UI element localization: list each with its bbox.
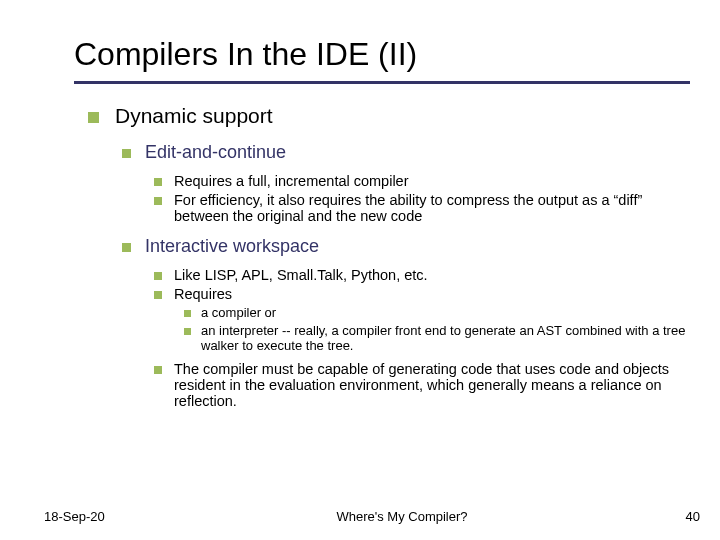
square-bullet-icon	[154, 178, 162, 186]
bullet-level3: Requires	[154, 286, 692, 302]
bullet-level3: Requires a full, incremental compiler	[154, 173, 692, 189]
square-bullet-icon	[88, 112, 99, 123]
square-bullet-icon	[184, 328, 191, 335]
bullet-level3: Like LISP, APL, Small.Talk, Python, etc.	[154, 267, 692, 283]
level2-text: Interactive workspace	[145, 236, 319, 257]
level4-text: a compiler or	[201, 305, 276, 320]
level3-text: For efficiency, it also requires the abi…	[174, 192, 692, 224]
bullet-level4: an interpreter -- really, a compiler fro…	[184, 323, 692, 353]
footer-title: Where's My Compiler?	[144, 509, 660, 524]
footer-date: 18-Sep-20	[44, 509, 144, 524]
bullet-level2: Interactive workspace	[122, 236, 692, 257]
level3-text: Like LISP, APL, Small.Talk, Python, etc.	[174, 267, 428, 283]
level3-text: Requires a full, incremental compiler	[174, 173, 409, 189]
slide-footer: 18-Sep-20 Where's My Compiler? 40	[0, 509, 720, 524]
level3-text: Requires	[174, 286, 232, 302]
square-bullet-icon	[122, 149, 131, 158]
square-bullet-icon	[154, 366, 162, 374]
square-bullet-icon	[184, 310, 191, 317]
footer-page: 40	[660, 509, 700, 524]
square-bullet-icon	[154, 197, 162, 205]
slide: Compilers In the IDE (II) Dynamic suppor…	[0, 0, 720, 540]
square-bullet-icon	[154, 291, 162, 299]
level1-text: Dynamic support	[115, 104, 273, 128]
bullet-level1: Dynamic support	[88, 104, 692, 128]
square-bullet-icon	[122, 243, 131, 252]
square-bullet-icon	[154, 272, 162, 280]
level3-text: The compiler must be capable of generati…	[174, 361, 692, 409]
bullet-level4: a compiler or	[184, 305, 692, 320]
slide-content: Dynamic support Edit-and-continue Requir…	[0, 104, 720, 409]
bullet-level3: For efficiency, it also requires the abi…	[154, 192, 692, 224]
bullet-level2: Edit-and-continue	[122, 142, 692, 163]
title-underline	[74, 81, 690, 84]
slide-title: Compilers In the IDE (II)	[0, 36, 720, 81]
level2-text: Edit-and-continue	[145, 142, 286, 163]
level4-text: an interpreter -- really, a compiler fro…	[201, 323, 692, 353]
bullet-level3: The compiler must be capable of generati…	[154, 361, 692, 409]
